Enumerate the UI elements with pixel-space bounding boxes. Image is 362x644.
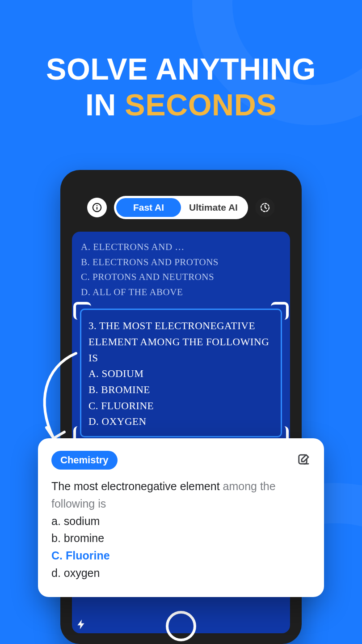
tab-ultimate-ai[interactable]: Ultimate AI bbox=[181, 198, 246, 217]
previous-question-options: A. ELECTRONS AND … B. ELECTRONS AND PROT… bbox=[81, 240, 281, 300]
top-toolbar: Fast AI Ultimate AI bbox=[72, 196, 290, 219]
answer-card: Chemistry The most electronegative eleme… bbox=[38, 438, 324, 597]
hero-headline: SOLVE ANYTHING IN SECONDS bbox=[0, 51, 362, 123]
edit-icon bbox=[297, 453, 311, 466]
svg-point-2 bbox=[97, 205, 97, 206]
scanned-question: 3. THE MOST ELECTRONEGATIVE ELEMENT AMON… bbox=[88, 318, 274, 429]
subject-chip[interactable]: Chemistry bbox=[51, 451, 118, 470]
shutter-button[interactable] bbox=[166, 611, 196, 641]
answer-option-d: d. oxygen bbox=[51, 564, 311, 582]
arrow-icon bbox=[31, 349, 85, 452]
crop-handle-tr[interactable] bbox=[271, 302, 289, 320]
answer-option-a: a. sodium bbox=[51, 513, 311, 530]
crop-handle-tl[interactable] bbox=[73, 302, 91, 320]
tab-fast-ai[interactable]: Fast AI bbox=[116, 198, 181, 217]
answer-option-b: b. bromine bbox=[51, 530, 311, 547]
answer-option-c-correct: C. Fluorine bbox=[51, 547, 311, 564]
arrow-annotation bbox=[31, 349, 85, 453]
history-icon bbox=[260, 202, 270, 213]
info-button[interactable] bbox=[87, 198, 107, 217]
headline-line1: SOLVE ANYTHING bbox=[0, 51, 362, 87]
headline-accent: SECONDS bbox=[125, 88, 277, 122]
headline-line2: IN SECONDS bbox=[0, 87, 362, 123]
edit-button[interactable] bbox=[297, 453, 311, 468]
answer-prompt: The most electronegative element among t… bbox=[51, 478, 311, 513]
card-header: Chemistry bbox=[51, 451, 311, 470]
flash-button[interactable] bbox=[76, 617, 87, 636]
mode-toggle: Fast AI Ultimate AI bbox=[114, 196, 248, 219]
bolt-icon bbox=[76, 617, 87, 632]
answer-body: The most electronegative element among t… bbox=[51, 478, 311, 582]
scan-crop-frame[interactable]: 3. THE MOST ELECTRONEGATIVE ELEMENT AMON… bbox=[80, 309, 282, 437]
info-icon bbox=[92, 203, 102, 212]
history-button[interactable] bbox=[255, 198, 275, 217]
camera-bottom-bar bbox=[60, 608, 302, 644]
